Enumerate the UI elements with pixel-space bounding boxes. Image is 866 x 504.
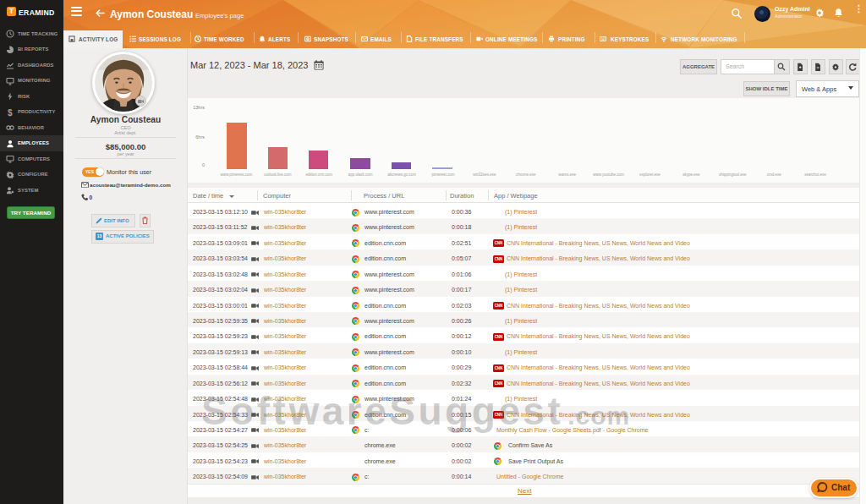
svg-text:$: $ <box>8 108 13 117</box>
